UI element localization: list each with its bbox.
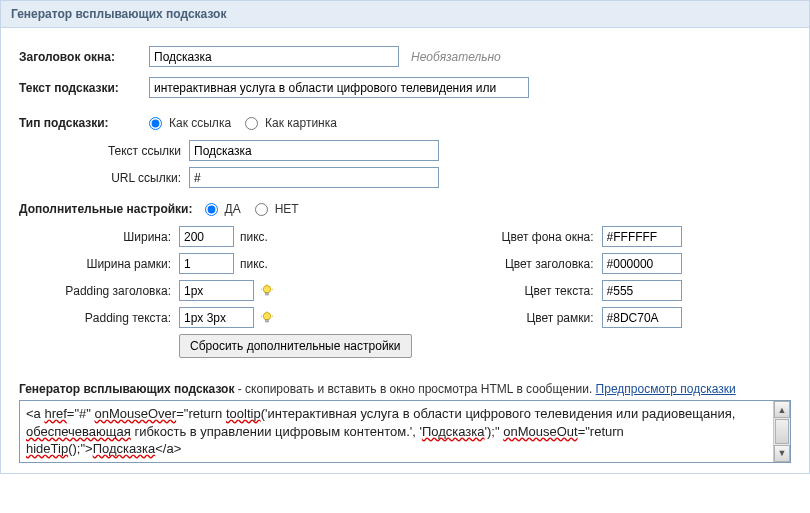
link-url-input[interactable] xyxy=(189,167,439,188)
tip-type-image-label: Как картинка xyxy=(265,116,337,130)
advanced-no-label: НЕТ xyxy=(275,202,299,216)
advanced-yes-radio[interactable] xyxy=(205,203,218,216)
title-color-input[interactable] xyxy=(602,253,682,274)
advanced-settings: Ширина: пикс. Ширина рамки: пикс. Paddin… xyxy=(19,226,791,364)
output-heading-rest: - скопировать и вставить в окно просмотр… xyxy=(234,382,595,396)
text-color-input[interactable] xyxy=(602,280,682,301)
bg-color-input[interactable] xyxy=(602,226,682,247)
tip-type-link-label: Как ссылка xyxy=(169,116,231,130)
padding-title-label: Padding заголовка: xyxy=(19,284,179,298)
preview-link[interactable]: Предпросмотр подсказки xyxy=(596,382,736,396)
tooltip-generator-panel: Генератор всплывающих подсказок Заголово… xyxy=(0,0,810,474)
output-section: Генератор всплывающих подсказок - скопир… xyxy=(19,382,791,463)
tip-type-label: Тип подсказки: xyxy=(19,116,149,130)
bg-color-label: Цвет фона окна: xyxy=(472,230,602,244)
advanced-yes-label: ДА xyxy=(225,202,241,216)
reset-advanced-button[interactable]: Сбросить дополнительные настройки xyxy=(179,334,412,358)
scroll-up-button[interactable]: ▲ xyxy=(774,401,790,418)
border-width-unit: пикс. xyxy=(240,257,268,271)
border-color-input[interactable] xyxy=(602,307,682,328)
window-title-label: Заголовок окна: xyxy=(19,50,149,64)
padding-text-label: Padding текста: xyxy=(19,311,179,325)
border-color-label: Цвет рамки: xyxy=(472,311,602,325)
tip-type-group: Как ссылка Как картинка xyxy=(149,116,347,130)
svg-point-5 xyxy=(263,312,270,319)
advanced-group: ДА НЕТ xyxy=(205,202,309,216)
panel-title: Генератор всплывающих подсказок xyxy=(1,1,809,28)
output-scrollbar[interactable]: ▲ ▼ xyxy=(773,401,790,462)
title-color-label: Цвет заголовка: xyxy=(472,257,602,271)
width-unit: пикс. xyxy=(240,230,268,244)
scroll-thumb[interactable] xyxy=(775,419,789,444)
output-header: Генератор всплывающих подсказок - скопир… xyxy=(19,382,791,396)
window-title-input[interactable] xyxy=(149,46,399,67)
svg-rect-6 xyxy=(265,319,268,321)
border-width-input[interactable] xyxy=(179,253,234,274)
advanced-label: Дополнительные настройки: xyxy=(19,202,199,216)
advanced-col-right: Цвет фона окна: Цвет заголовка: Цвет тек… xyxy=(472,226,682,364)
tip-type-link-radio[interactable] xyxy=(149,117,162,130)
padding-title-input[interactable] xyxy=(179,280,254,301)
svg-point-0 xyxy=(263,285,270,292)
advanced-col-left: Ширина: пикс. Ширина рамки: пикс. Paddin… xyxy=(19,226,412,364)
border-width-label: Ширина рамки: xyxy=(19,257,179,271)
lightbulb-icon[interactable] xyxy=(260,311,274,325)
padding-text-input[interactable] xyxy=(179,307,254,328)
output-heading-bold: Генератор всплывающих подсказок xyxy=(19,382,234,396)
width-input[interactable] xyxy=(179,226,234,247)
link-url-label: URL ссылки: xyxy=(19,171,189,185)
svg-rect-1 xyxy=(265,292,268,294)
window-title-note: Необязательно xyxy=(411,50,501,64)
panel-body: Заголовок окна: Необязательно Текст подс… xyxy=(1,28,809,473)
width-label: Ширина: xyxy=(19,230,179,244)
link-text-label: Текст ссылки xyxy=(19,144,189,158)
advanced-no-radio[interactable] xyxy=(255,203,268,216)
link-subform: Текст ссылки URL ссылки: xyxy=(19,140,791,188)
link-text-input[interactable] xyxy=(189,140,439,161)
tip-text-input[interactable] xyxy=(149,77,529,98)
tip-text-label: Текст подсказки: xyxy=(19,81,149,95)
scroll-down-button[interactable]: ▼ xyxy=(774,445,790,462)
lightbulb-icon[interactable] xyxy=(260,284,274,298)
tip-type-image-radio[interactable] xyxy=(245,117,258,130)
text-color-label: Цвет текста: xyxy=(472,284,602,298)
output-code[interactable]: <a href="#" onMouseOver="return tooltip(… xyxy=(20,401,773,462)
output-box: <a href="#" onMouseOver="return tooltip(… xyxy=(19,400,791,463)
